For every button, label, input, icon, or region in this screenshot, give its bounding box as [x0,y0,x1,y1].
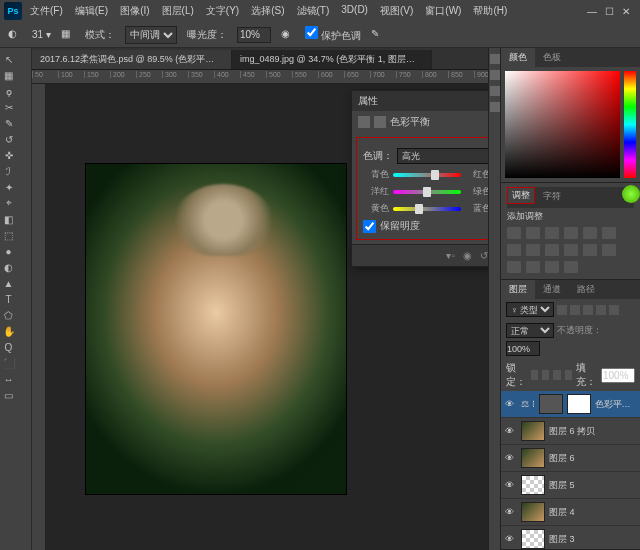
visibility-toggle-icon[interactable]: 👁 [505,534,517,544]
visibility-toggle-icon[interactable]: 👁 [505,507,517,517]
brush-size[interactable]: 31 ▾ [32,29,51,40]
tool-15[interactable]: T [2,292,15,306]
navigator-icon[interactable] [490,102,500,112]
tool-7[interactable]: ℐ [2,164,15,178]
menu-视图V[interactable]: 视图(V) [374,2,419,20]
tab-paths[interactable]: 路径 [569,280,603,299]
layer-name[interactable]: 图层 3 [549,533,636,546]
layer-name[interactable]: 图层 5 [549,479,636,492]
tool-14[interactable]: ▲ [2,276,15,290]
tool-17[interactable]: ✋ [2,324,15,338]
menu-编辑E[interactable]: 编辑(E) [69,2,114,20]
actions-icon[interactable] [490,70,500,80]
filter-smart-icon[interactable] [609,305,619,315]
layer-name[interactable]: 图层 6 [549,452,636,465]
tool-16[interactable]: ⬠ [2,308,15,322]
filter-pixel-icon[interactable] [557,305,567,315]
tool-6[interactable]: ✜ [2,148,15,162]
lock-transparent-icon[interactable] [531,370,538,380]
document-tab[interactable]: img_0489.jpg @ 34.7% (色彩平衡 1, 图层蒙版/8)× [232,50,432,69]
visibility-toggle-icon[interactable]: 👁 [505,480,517,490]
visibility-toggle-icon[interactable]: 👁 [505,453,517,463]
layer-thumbnail[interactable] [521,475,545,495]
layer-row[interactable]: 👁图层 6 [501,445,640,472]
visibility-toggle-icon[interactable]: 👁 [505,399,517,409]
tab-channels[interactable]: 通道 [535,280,569,299]
blend-mode-select[interactable]: 正常 [506,323,554,338]
tool-10[interactable]: ◧ [2,212,15,226]
brush-panel-icon[interactable]: ▦ [61,28,75,42]
tool-0[interactable]: ↖ [2,52,15,66]
layer-row[interactable]: 👁图层 4 [501,499,640,526]
history-icon[interactable] [490,54,500,64]
notification-badge[interactable] [622,185,640,203]
lock-all-icon[interactable] [565,370,572,380]
layer-row[interactable]: 👁图层 3 [501,526,640,549]
tool-3[interactable]: ✂ [2,100,15,114]
protect-tone-checkbox[interactable]: 保护色调 [305,26,361,43]
tool-preset-icon[interactable]: ◐ [8,28,22,42]
tool-2[interactable]: ϙ [2,84,15,98]
lock-pixels-icon[interactable] [542,370,549,380]
color-picker[interactable] [501,67,640,182]
menu-选择S[interactable]: 选择(S) [245,2,290,20]
visibility-toggle-icon[interactable]: 👁 [505,426,517,436]
view-previous-icon[interactable]: ◉ [463,250,472,261]
layer-row[interactable]: 👁⚖ ⁞色彩平衡... [501,391,640,418]
menu-图层L[interactable]: 图层(L) [156,2,200,20]
color-slider[interactable] [393,190,461,194]
airbrush-icon[interactable]: ◉ [281,28,295,42]
layer-name[interactable]: 图层 6 拷贝 [549,425,636,438]
canvas-stage[interactable]: 属性»≡ 色彩平衡 色调：高光 青色红色+9洋红绿色0黄色蓝色-9 保留明度 ▾… [46,84,488,550]
menu-3DD[interactable]: 3D(D) [335,2,374,20]
layer-thumbnail[interactable] [521,421,545,441]
tool-18[interactable]: Q [2,340,15,354]
menu-文字Y[interactable]: 文字(Y) [200,2,245,20]
layer-row[interactable]: 👁图层 5 [501,472,640,499]
tab-color[interactable]: 颜色 [501,48,535,67]
tool-13[interactable]: ◐ [2,260,15,274]
tool-20[interactable]: ↔ [2,372,15,386]
lock-position-icon[interactable] [553,370,560,380]
filter-type-icon[interactable] [583,305,593,315]
tool-5[interactable]: ↺ [2,132,15,146]
layer-mask[interactable] [567,394,591,414]
mode-select[interactable]: 中间调 [125,26,177,44]
layer-filter-kind[interactable]: ♀ 类型 [506,302,554,317]
color-slider[interactable] [393,207,461,211]
hue-bar[interactable] [624,71,636,178]
layer-thumbnail[interactable] [521,448,545,468]
menu-窗口W[interactable]: 窗口(W) [419,2,467,20]
adjustment-presets[interactable] [507,225,634,275]
tab-swatches[interactable]: 色板 [535,48,569,67]
tone-select[interactable]: 高光 [397,148,488,164]
exposure-input[interactable] [237,27,271,43]
document-tab[interactable]: 2017.6.12柔焦调色.psd @ 89.5% (色彩平衡 1, 图层蒙版/… [32,50,232,69]
properties-panel[interactable]: 属性»≡ 色彩平衡 色调：高光 青色红色+9洋红绿色0黄色蓝色-9 保留明度 ▾… [351,90,488,267]
collapsed-panel-dock[interactable] [488,48,500,550]
adjustment-thumb[interactable] [539,394,563,414]
window-controls[interactable]: — ☐ ✕ [587,6,636,17]
tool-12[interactable]: ● [2,244,15,258]
layer-thumbnail[interactable] [521,529,545,549]
fill-input[interactable] [601,368,635,383]
tool-4[interactable]: ✎ [2,116,15,130]
menu-滤镜T[interactable]: 滤镜(T) [291,2,336,20]
pressure-icon[interactable]: ✎ [371,28,385,42]
close-icon[interactable]: ✕ [622,6,630,17]
tool-11[interactable]: ⬚ [2,228,15,242]
filter-shape-icon[interactable] [596,305,606,315]
opacity-input[interactable] [506,341,540,356]
preserve-luminosity-checkbox[interactable]: 保留明度 [363,219,488,233]
layer-name[interactable]: 色彩平衡... [595,398,636,411]
layer-thumbnail[interactable] [521,502,545,522]
tab-layers[interactable]: 图层 [501,280,535,299]
menu-图像I[interactable]: 图像(I) [114,2,155,20]
tab-adjustments[interactable]: 调整 [507,187,535,204]
layer-name[interactable]: 图层 4 [549,506,636,519]
tool-19[interactable]: ⬛ [2,356,15,370]
tab-character[interactable]: 字符 [535,187,569,208]
tool-1[interactable]: ▦ [2,68,15,82]
tool-9[interactable]: ⌖ [2,196,15,210]
filter-adjust-icon[interactable] [570,305,580,315]
